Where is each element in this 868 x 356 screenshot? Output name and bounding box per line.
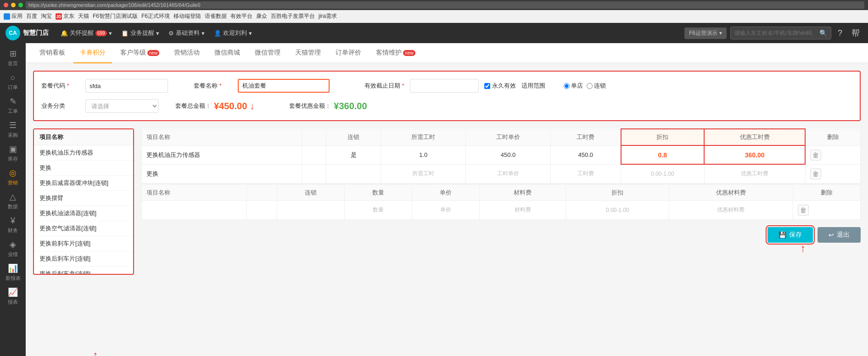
sidebar-item-purchase[interactable]: ☰ 采购: [2, 118, 24, 140]
tab-customer-level[interactable]: 客户等级new: [114, 43, 166, 63]
bookmark-baidu[interactable]: 百度: [26, 12, 37, 20]
tab-marketing-activity[interactable]: 营销活动: [168, 43, 206, 63]
delete-labor-button[interactable]: 🗑: [810, 150, 821, 161]
bang-button[interactable]: 帮: [849, 28, 862, 39]
tab-customer-care[interactable]: 客情维护new: [370, 43, 421, 63]
td-labor-cost: 450.0: [550, 145, 621, 164]
forever-checkbox[interactable]: [484, 83, 490, 89]
mat-unitprice-placeholder: 单价: [440, 206, 451, 213]
th-delete-labor: 删除: [805, 129, 860, 145]
chevron-down-icon: ▾: [109, 30, 112, 37]
sidebar-item-inventory[interactable]: ▣ 库存: [2, 142, 24, 164]
bookmark-kangzhong[interactable]: 康众: [256, 12, 267, 20]
sidebar-label-finance: 财务: [8, 227, 18, 234]
sidebar-label-data: 数据: [8, 203, 18, 210]
tab-card-points[interactable]: 卡券积分: [73, 43, 112, 63]
list-item[interactable]: 更换后刹车片[连锁]: [34, 251, 133, 267]
tab-order-review[interactable]: 订单评价: [329, 43, 368, 63]
sidebar-item-performance[interactable]: ◈ 业绩: [2, 238, 24, 260]
bookmark-baisheng[interactable]: 百胜电子发票平台: [271, 12, 315, 20]
mat-cost-placeholder: 材料费: [515, 206, 531, 213]
th-mat-empty: [246, 184, 277, 200]
td-mat-chain-ph: [277, 200, 344, 219]
sidebar-item-newreport[interactable]: 📊 新报表: [2, 261, 24, 284]
performance-icon: ◈: [10, 239, 16, 250]
user-nav[interactable]: 👤 欢迎刘利 ▾: [209, 23, 257, 43]
bookmark-mobile[interactable]: 移动端登陆: [174, 12, 201, 20]
sidebar-item-report[interactable]: 📈 报表: [2, 285, 24, 307]
scope-chain-radio[interactable]: [587, 83, 593, 89]
tab-wechat-manage[interactable]: 微信管理: [248, 43, 287, 63]
business-nav[interactable]: 📋 业务提醒 ▾: [117, 23, 164, 43]
sidebar-label-performance: 业绩: [8, 251, 18, 258]
delete-ph-button[interactable]: 🗑: [810, 168, 821, 179]
bookmark-app[interactable]: 应用: [4, 12, 22, 20]
chevron-down-icon5: ▾: [719, 30, 722, 36]
sidebar-item-marketing[interactable]: ◎ 营销: [2, 166, 24, 188]
sidebar-item-finance[interactable]: ¥ 财务: [2, 214, 24, 236]
scope-single-label[interactable]: 单店: [564, 82, 583, 90]
required-mark-2: *: [219, 82, 222, 89]
bookmark-jd[interactable]: JD 京东: [56, 12, 74, 20]
list-item[interactable]: 更换摆臂: [34, 191, 133, 206]
bookmark-taobao[interactable]: 淘宝: [41, 12, 52, 20]
user-icon: 👤: [214, 30, 221, 37]
settings-icon: ⚙: [168, 30, 174, 37]
tab-tmall[interactable]: 天猫管理: [289, 43, 327, 63]
f6-button[interactable]: F6运营演示 ▾: [684, 28, 727, 39]
list-item[interactable]: 更换前刹车片[连锁]: [34, 236, 133, 251]
th-mat-unit-price: 单价: [412, 184, 480, 200]
th-mat-delete: 删除: [793, 184, 860, 200]
sidebar-label-newreport: 新报表: [6, 275, 21, 282]
td-delete-ph: 🗑: [805, 164, 860, 183]
help-button[interactable]: ?: [835, 28, 845, 38]
sidebar-item-order[interactable]: ○ 订单: [2, 71, 24, 93]
bookmark-valid[interactable]: 有效平台: [230, 12, 252, 20]
expire-date-input[interactable]: [410, 79, 479, 93]
tab-marketing-board[interactable]: 营销看板: [33, 43, 72, 63]
project-list: 项目名称 更换机油压力传感器 更换 更换后减震器缓冲块[连锁] 更换摆臂 更换机…: [33, 128, 134, 275]
bookmark-jira[interactable]: jira需求: [319, 12, 337, 20]
url-bar[interactable]: https://yunke.zhinengmendian.com/package…: [26, 1, 864, 9]
final-labor-val: 360.00: [745, 151, 765, 159]
td-project-name: 更换机油压力传感器: [142, 145, 302, 164]
list-item[interactable]: 更换后刹车盘[连锁]: [34, 267, 133, 274]
forever-checkbox-label[interactable]: 永久有效: [484, 82, 516, 90]
search-box[interactable]: 🔍: [730, 27, 831, 39]
sidebar-item-data[interactable]: △ 数据: [2, 190, 24, 212]
list-item[interactable]: 更换机油压力传感器: [34, 145, 133, 161]
attention-nav[interactable]: 🔔 关怀提醒 699 ▾: [56, 23, 117, 43]
tab-wechat-mall[interactable]: 微信商城: [208, 43, 246, 63]
search-input[interactable]: [734, 30, 817, 36]
chevron-down-icon3: ▾: [202, 30, 205, 37]
biz-type-select[interactable]: 请选择: [85, 99, 159, 113]
form-row-1: 套餐代码 * 套餐名称 * 有效截止日期 *: [41, 79, 852, 93]
package-name-input[interactable]: [238, 79, 330, 93]
maximize-btn[interactable]: [18, 3, 23, 7]
list-item[interactable]: 更换后减震器缓冲块[连锁]: [34, 176, 133, 191]
save-button[interactable]: 💾 保存: [767, 227, 813, 243]
labor-table-header-row: 项目名称 连锁 所需工时 工时单价 工时费 折扣 优惠工时费 删除: [142, 129, 861, 145]
close-btn[interactable]: [4, 3, 8, 7]
total-amount-value: ¥450.00: [214, 101, 247, 111]
exit-button[interactable]: ↩ 退出: [818, 227, 861, 243]
bookmark-yuque[interactable]: 语雀数据: [205, 12, 227, 20]
bookmark-f6prod[interactable]: F6正式环境: [141, 12, 170, 20]
project-list-body: 更换机油压力传感器 更换 更换后减震器缓冲块[连锁] 更换摆臂 更换机油滤清器[…: [34, 145, 133, 274]
list-item[interactable]: 更换机油滤清器[连锁]: [34, 206, 133, 221]
package-code-input[interactable]: [85, 79, 168, 93]
bookmark-tianmao[interactable]: 天猫: [78, 12, 89, 20]
minimize-btn[interactable]: [11, 3, 16, 7]
sidebar-item-workorder[interactable]: ✎ 工单: [2, 95, 24, 117]
base-nav[interactable]: ⚙ 基础资料 ▾: [164, 23, 209, 43]
material-table-header-row: 项目名称 连锁 数量 单价 材料费 折扣 优惠材料费 删除: [142, 184, 861, 200]
td-delete-labor: 🗑: [805, 145, 860, 164]
total-amount-section: 套餐总金额： ¥450.00 ↓: [175, 101, 254, 111]
sidebar-item-home[interactable]: ⊞ 首页: [2, 47, 24, 69]
bookmark-f6test[interactable]: F6智慧门店测试版: [93, 12, 138, 20]
list-item[interactable]: 更换空气滤清器[连锁]: [34, 221, 133, 236]
scope-chain-label[interactable]: 连锁: [587, 82, 606, 90]
list-item[interactable]: 更换: [34, 161, 133, 176]
scope-single-radio[interactable]: [564, 83, 570, 89]
delete-mat-button[interactable]: 🗑: [798, 205, 809, 216]
